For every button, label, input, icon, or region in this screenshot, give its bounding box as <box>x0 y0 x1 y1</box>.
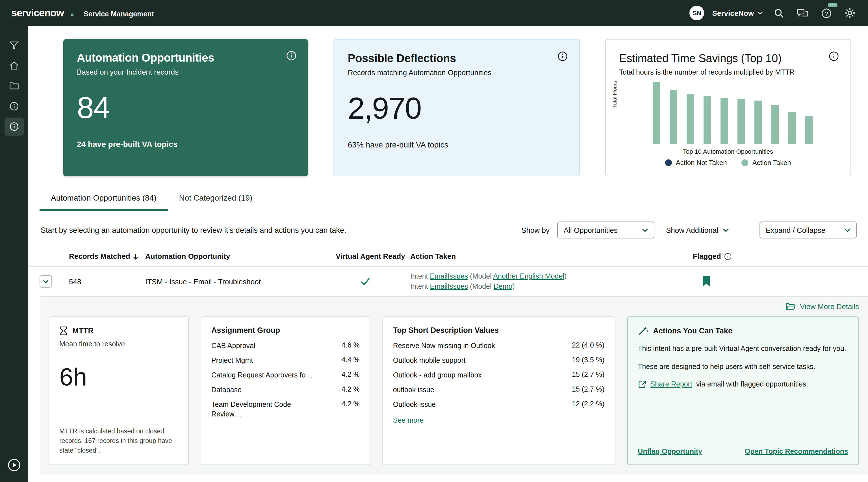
table-header: Records Matched Automation Opportunity V… <box>28 246 868 266</box>
help-icon[interactable]: ••• ? <box>818 5 834 21</box>
notification-badge: ••• <box>828 3 837 7</box>
info-icon-active[interactable] <box>4 118 24 136</box>
show-by-select[interactable]: All Opportunities <box>557 222 655 238</box>
chevron-down-icon <box>844 228 850 232</box>
mttr-value: 6h <box>59 363 178 391</box>
chat-icon[interactable] <box>795 5 810 21</box>
info-icon[interactable] <box>4 97 24 115</box>
unflag-opportunity-link[interactable]: Unflag Opportunity <box>638 448 702 456</box>
cell-action-taken: Intent EmailIssues (Model Another Englis… <box>410 271 693 292</box>
share-report-row: Share Report via email with flagged oppo… <box>638 380 848 388</box>
folder-icon[interactable] <box>4 77 24 95</box>
bar <box>738 99 745 144</box>
account-menu[interactable]: ServiceNow <box>712 9 763 17</box>
detail-cards-row: MTTR Mean time to resolve 6h MTTR is cal… <box>49 317 859 465</box>
table-row[interactable]: 548 ITSM - Issue - Email - Troubleshoot … <box>28 266 868 296</box>
bar <box>704 96 711 144</box>
intent-line: Intent EmailIssues (Model Demo) <box>410 281 693 292</box>
bar <box>670 90 677 144</box>
bar-chart-bars <box>619 82 837 144</box>
actions-footer-links: Unflag Opportunity Open Topic Recommenda… <box>638 448 848 456</box>
model-link[interactable]: Another English Model <box>493 272 564 280</box>
list-item: Project Mgmt4.4 % <box>211 356 360 365</box>
show-by-value: All Opportunities <box>564 226 618 234</box>
top-short-description-card: Top Short Description Values Reserve Now… <box>382 317 615 465</box>
model-link[interactable]: Demo <box>494 283 513 290</box>
info-icon[interactable] <box>557 51 568 62</box>
bookmark-flag-icon[interactable] <box>702 276 711 287</box>
intent-line: Intent EmailIssues (Model Another Englis… <box>410 271 693 281</box>
chevron-down-icon <box>642 228 648 232</box>
open-topic-recommendations-link[interactable]: Open Topic Recommendations <box>745 448 848 456</box>
card-title: Estimated Time Savings (Top 10) <box>619 52 837 65</box>
mttr-note: MTTR is calculated based on closed recor… <box>59 426 178 456</box>
card-footnote: 63% have pre-built VA topics <box>348 140 566 149</box>
info-icon[interactable] <box>286 50 297 61</box>
expand-collapse-button[interactable]: Expand / Collapse <box>760 222 857 238</box>
see-more-link[interactable]: See more <box>393 416 604 424</box>
col-automation-opportunity: Automation Opportunity <box>145 252 336 260</box>
filter-icon[interactable] <box>4 36 24 54</box>
bar <box>788 112 796 144</box>
check-icon <box>361 278 370 285</box>
chart-x-axis-label: Top 10 Automation Opportunities <box>619 148 837 155</box>
chevron-down-icon <box>723 228 729 232</box>
legend-dot-not-taken <box>665 159 672 166</box>
mttr-title: MTTR <box>72 327 94 335</box>
bar <box>771 105 779 144</box>
chart-legend: Action Not Taken Action Taken <box>619 159 837 167</box>
app-root: servicenow Service Management SN Service… <box>0 0 868 482</box>
info-icon[interactable] <box>829 51 839 62</box>
bar <box>754 101 762 144</box>
assignment-group-card: Assignment Group CAB Approval4.6 % Proje… <box>200 317 370 465</box>
intent-link[interactable]: EmailIssues <box>430 272 468 280</box>
logo-dot-icon <box>71 13 73 16</box>
col-records-matched[interactable]: Records Matched <box>69 252 145 260</box>
card-subtitle: Total hours is the number of records mul… <box>619 68 837 76</box>
chevron-down-icon <box>43 280 49 283</box>
sidebar <box>0 26 28 482</box>
share-icon <box>638 380 646 388</box>
home-icon[interactable] <box>4 57 24 74</box>
toolbar: Start by selecting an automation opportu… <box>28 211 868 246</box>
card-value: 84 <box>77 90 295 125</box>
view-more-details-link[interactable]: View More Details <box>786 302 859 311</box>
avatar[interactable]: SN <box>690 6 704 20</box>
col-flagged: Flagged <box>693 252 868 260</box>
chevron-down-icon <box>757 11 763 15</box>
summary-cards-row: Automation Opportunities Based on your I… <box>28 26 868 176</box>
mttr-subtitle: Mean time to resolve <box>59 341 178 348</box>
play-icon[interactable] <box>4 456 24 474</box>
card-subtitle: Records matching Automation Opportunitie… <box>348 68 566 77</box>
assignment-group-title: Assignment Group <box>211 326 280 335</box>
possible-deflections-card[interactable]: Possible Deflections Records matching Au… <box>334 39 580 176</box>
open-folder-icon <box>786 302 796 311</box>
legend-item-taken: Action Taken <box>742 159 791 167</box>
legend-item-not-taken: Action Not Taken <box>665 159 727 167</box>
legend-dot-taken <box>742 159 748 166</box>
cell-va-ready <box>336 278 410 285</box>
list-item: CAB Approval4.6 % <box>211 342 360 351</box>
legend-label: Action Taken <box>752 159 791 167</box>
list-item: Outlook mobile support19 (3.5 %) <box>393 356 604 365</box>
list-item: Team Development Code Review…4.2 % <box>211 400 360 419</box>
card-value: 2,970 <box>348 90 566 125</box>
info-icon[interactable] <box>724 252 732 260</box>
row-expander-button[interactable] <box>39 275 52 288</box>
cell-flagged <box>693 276 868 287</box>
automation-opportunities-card[interactable]: Automation Opportunities Based on your I… <box>63 39 308 176</box>
hourglass-icon <box>59 326 68 336</box>
list-item: outlook issue15 (2.7 %) <box>393 385 604 395</box>
cell-records-matched: 548 <box>69 277 145 286</box>
share-report-link[interactable]: Share Report <box>650 380 692 388</box>
intent-link[interactable]: EmailIssues <box>430 283 468 290</box>
gear-icon[interactable] <box>842 5 858 21</box>
tab-automation-opportunities[interactable]: Automation Opportunities (84) <box>39 188 168 211</box>
main-content: Automation Opportunities Based on your I… <box>28 26 868 482</box>
show-additional-select[interactable]: Show Additional <box>661 226 734 234</box>
search-icon[interactable] <box>771 5 786 21</box>
tab-not-categorized[interactable]: Not Categorized (19) <box>168 188 264 211</box>
bar <box>687 94 694 144</box>
mttr-card: MTTR Mean time to resolve 6h MTTR is cal… <box>49 317 189 465</box>
servicenow-logo: servicenow Service Management <box>11 7 154 19</box>
